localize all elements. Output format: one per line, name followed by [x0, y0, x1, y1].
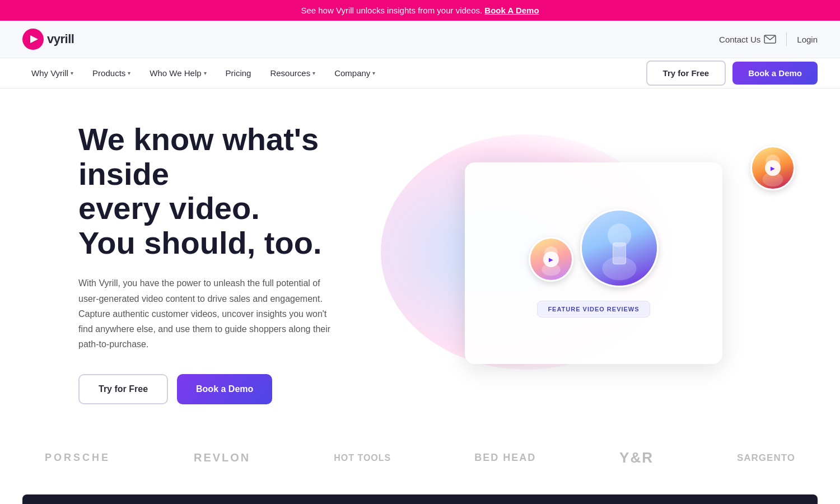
- brand-bedhead: BED HEAD: [474, 452, 536, 464]
- brand-hottools: HOT TOOLS: [334, 453, 391, 463]
- nav-try-free-button[interactable]: Try for Free: [646, 60, 726, 86]
- brand-sargento: SARGENTO: [737, 452, 795, 464]
- nav-item-company[interactable]: Company ▾: [325, 58, 384, 88]
- hero-try-free-button[interactable]: Try for Free: [78, 374, 168, 404]
- thumbnail-center: [580, 209, 659, 287]
- hero-description: With Vyrill, you have the power to unlea…: [78, 276, 336, 352]
- brands-section: PORSCHE REVLON HOT TOOLS BED HEAD Y&R SA…: [0, 427, 840, 494]
- logo-icon: [22, 29, 44, 50]
- top-banner: See how Vyrill unlocks insights from you…: [0, 0, 840, 21]
- hero-title: We know what's inside every video. You s…: [78, 122, 370, 260]
- chevron-down-icon: ▾: [372, 70, 375, 76]
- header-right: Contact Us Login: [719, 32, 818, 46]
- nav-ctas: Try for Free Book a Demo: [646, 60, 818, 86]
- chevron-down-icon: ▾: [128, 70, 130, 76]
- thumbnail-left: ▶: [529, 237, 573, 282]
- mail-icon: [764, 35, 776, 44]
- hero-section: We know what's inside every video. You s…: [0, 88, 840, 427]
- logo[interactable]: vyrill: [22, 29, 74, 50]
- hero-ctas: Try for Free Book a Demo: [78, 374, 370, 404]
- chevron-down-icon: ▾: [312, 70, 315, 76]
- feature-video-badge: FEATURE VIDEO REVIEWS: [537, 301, 650, 318]
- hero-book-demo-button[interactable]: Book a Demo: [177, 374, 272, 404]
- brand-revlon: REVLON: [194, 451, 250, 464]
- nav-item-who-we-help[interactable]: Who We Help ▾: [141, 58, 215, 88]
- play-button-small[interactable]: ▶: [765, 160, 781, 176]
- video-thumbnails: ▶: [529, 209, 659, 287]
- contact-label: Contact Us: [719, 35, 760, 44]
- play-button-left[interactable]: ▶: [543, 251, 559, 267]
- thumbnail-small-right: ▶: [750, 146, 795, 190]
- bottom-video-strip: [22, 494, 818, 504]
- logo-text: vyrill: [47, 32, 74, 46]
- brand-yr: Y&R: [619, 449, 654, 466]
- login-link[interactable]: Login: [797, 35, 818, 44]
- chevron-down-icon: ▾: [204, 70, 207, 76]
- banner-text: See how Vyrill unlocks insights from you…: [301, 6, 482, 15]
- navbar: Why Vyrill ▾ Products ▾ Who We Help ▾ Pr…: [0, 58, 840, 88]
- video-card: ▶ FEATURE VIDEO REVIEWS: [465, 162, 722, 364]
- header: vyrill Contact Us Login: [0, 21, 840, 58]
- nav-item-resources[interactable]: Resources ▾: [261, 58, 324, 88]
- person-2-bg: [582, 211, 657, 286]
- banner-cta[interactable]: Book A Demo: [484, 6, 539, 15]
- nav-item-products[interactable]: Products ▾: [83, 58, 139, 88]
- nav-links: Why Vyrill ▾ Products ▾ Who We Help ▾ Pr…: [22, 58, 384, 88]
- contact-us-link[interactable]: Contact Us: [719, 35, 776, 44]
- svg-rect-9: [613, 243, 626, 264]
- header-divider: [786, 32, 787, 46]
- floating-thumbnail: ▶: [750, 146, 795, 190]
- hero-visual: ▶ ▶: [370, 129, 818, 398]
- brand-porsche: PORSCHE: [45, 452, 110, 464]
- nav-item-pricing[interactable]: Pricing: [217, 58, 260, 88]
- nav-book-demo-button[interactable]: Book a Demo: [732, 62, 818, 85]
- hero-left: We know what's inside every video. You s…: [78, 122, 370, 404]
- chevron-down-icon: ▾: [71, 70, 73, 76]
- nav-item-why-vyrill[interactable]: Why Vyrill ▾: [22, 58, 82, 88]
